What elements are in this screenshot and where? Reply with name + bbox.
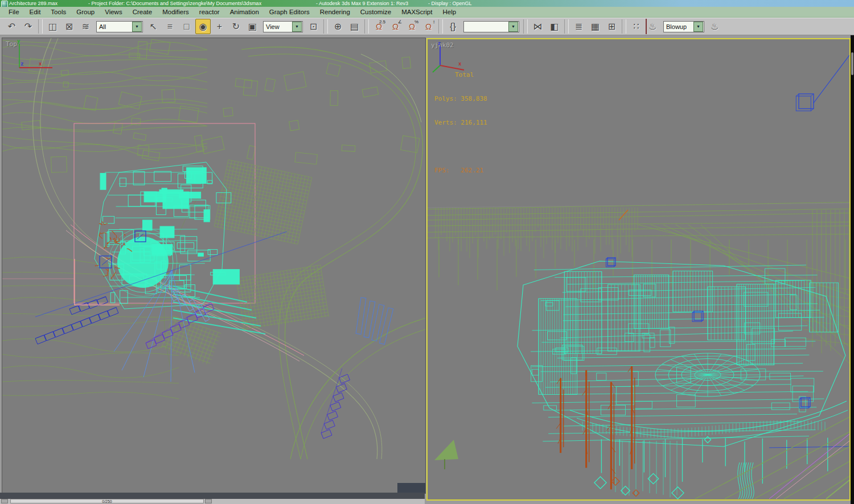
align-icon: ◧: [550, 21, 559, 32]
snaps-toggle-button[interactable]: Ω2.5: [371, 19, 387, 34]
use-pivot-point-center-button[interactable]: ⊡: [306, 19, 321, 34]
viewport-top[interactable]: Top y x z: [2, 38, 426, 494]
select-and-manipulate-button[interactable]: ⊕: [330, 19, 346, 34]
time-slider[interactable]: 0/250: [10, 499, 204, 503]
toolbar-separator: [38, 19, 43, 34]
selection-filter-dropdown[interactable]: All▼: [96, 21, 143, 32]
percent-snap-toggle-button[interactable]: Ω%: [404, 19, 420, 34]
percent-snap-toggle-sub-label: %: [414, 19, 418, 24]
axis-x-label: x: [39, 61, 42, 67]
render-setup-button[interactable]: ♨: [645, 19, 660, 34]
menu-rendering[interactable]: Rendering: [315, 9, 355, 15]
select-and-move-button[interactable]: +: [212, 19, 227, 34]
undo-button[interactable]: ↶: [4, 19, 19, 34]
menu-edit[interactable]: Edit: [24, 9, 46, 15]
title-display: - Display : OpenGL: [428, 0, 472, 7]
bind-to-space-warp-icon: ≋: [82, 21, 89, 32]
title-app: - Autodesk 3ds Max 9 Extension 1: Rev3: [316, 0, 408, 7]
schematic-view-button[interactable]: ⊞: [604, 19, 619, 34]
menu-graph-editors[interactable]: Graph Editors: [264, 9, 315, 15]
dropdown-arrow-icon[interactable]: ▼: [508, 22, 518, 32]
toolbar-separator: [438, 19, 443, 34]
curve-editor-button[interactable]: ▦: [588, 19, 603, 34]
snaps-toggle-sub-label: 2.5: [379, 19, 385, 24]
select-and-scale-button[interactable]: ▣: [245, 19, 260, 34]
use-pivot-point-center-icon: ⊡: [310, 21, 317, 32]
spinner-snap-toggle-button[interactable]: Ω↕: [421, 19, 436, 34]
rectangular-selection-region-button[interactable]: □: [179, 19, 194, 34]
unlink-selection-button[interactable]: ⊠: [61, 19, 77, 34]
angle-snap-toggle-sub-label: ∠: [398, 19, 402, 24]
toolbar-separator: [323, 19, 328, 34]
frame-forward-button[interactable]: [205, 499, 212, 503]
menu-tools[interactable]: Tools: [46, 9, 71, 15]
keyboard-shortcut-override-icon: ▤: [350, 21, 359, 32]
render-type-dropdown[interactable]: Blowup▼: [663, 21, 704, 32]
main-toolbar: ↶↷◫⊠≋All▼↖≡□◉+↻▣View▼⊡⊕▤Ω2.5Ω∠Ω%Ω↕{}▼⋈◧≣…: [0, 18, 854, 35]
angle-snap-toggle-button[interactable]: Ω∠: [388, 19, 403, 34]
menu-views[interactable]: Views: [100, 9, 127, 15]
quick-render-button[interactable]: ♨: [707, 19, 722, 34]
toolbar-end-divider: [646, 19, 647, 34]
menu-bar: FileEditToolsGroupViewsCreateModifiersre…: [0, 7, 854, 18]
schematic-view-icon: ⊞: [608, 21, 615, 32]
keyboard-shortcut-override-button[interactable]: ▤: [347, 19, 362, 34]
select-and-rotate-button[interactable]: ↻: [228, 19, 244, 34]
edit-named-selection-sets-button[interactable]: {}: [445, 19, 461, 34]
axis-tripod: y x z: [14, 38, 59, 73]
viewport-perspective-active[interactable]: yjnk02 Total Polys: 358,838 Verts: 216,1…: [426, 38, 851, 501]
menu-modifiers[interactable]: Modifiers: [157, 9, 194, 15]
selection-filter-value: All: [97, 23, 106, 30]
dropdown-arrow-icon[interactable]: ▼: [693, 22, 703, 32]
track-bar: [0, 493, 425, 499]
axis-z-label: z: [20, 61, 23, 67]
axis-z-label: z: [438, 40, 441, 46]
edit-named-selection-sets-icon: {}: [450, 22, 456, 32]
select-object-icon: ↖: [150, 21, 157, 32]
stats-polys: Polys: 358,838: [434, 95, 487, 103]
dropdown-arrow-icon[interactable]: ▼: [132, 22, 142, 32]
bind-to-space-warp-button[interactable]: ≋: [78, 19, 93, 34]
mirror-button[interactable]: ⋈: [530, 19, 545, 34]
toolbar-separator: [523, 19, 528, 34]
spinner-snap-toggle-icon: Ω: [425, 22, 432, 31]
named-selection-sets-field[interactable]: ▼: [463, 21, 519, 32]
menu-customize[interactable]: Customize: [355, 9, 396, 15]
dropdown-arrow-icon[interactable]: ▼: [292, 22, 302, 32]
render-setup-icon: ♨: [648, 21, 656, 32]
material-editor-icon: ∷: [633, 21, 639, 32]
redo-button[interactable]: ↷: [20, 19, 36, 34]
reference-coordinate-system-dropdown[interactable]: View▼: [263, 21, 303, 32]
material-editor-button[interactable]: ∷: [629, 19, 644, 34]
menu-help[interactable]: Help: [437, 9, 461, 15]
select-by-name-button[interactable]: ≡: [162, 19, 178, 34]
menu-animation[interactable]: Animation: [225, 9, 264, 15]
menu-create[interactable]: Create: [128, 9, 158, 15]
title-document: Architecture 289.max: [9, 0, 58, 7]
menu-file[interactable]: File: [3, 9, 24, 15]
axis-y-label: y: [17, 38, 20, 44]
layer-manager-button[interactable]: ≣: [571, 19, 586, 34]
window-crossing-toggle-button[interactable]: ◉: [195, 19, 211, 34]
stats-fps: FPS: 262.21: [434, 167, 487, 175]
curve-editor-icon: ▦: [591, 21, 600, 32]
axis-x-label: x: [458, 61, 462, 67]
select-object-button[interactable]: ↖: [146, 19, 161, 34]
select-and-link-icon: ◫: [48, 21, 57, 32]
select-and-scale-icon: ▣: [248, 21, 257, 32]
menu-reactor[interactable]: reactor: [194, 9, 225, 15]
menu-maxscript[interactable]: MAXScript: [396, 9, 437, 15]
undo-icon: ↶: [8, 21, 15, 32]
frame-back-button[interactable]: [1, 499, 8, 503]
title-project: - Project Folder: C:\Documents and Setti…: [88, 0, 261, 7]
select-and-rotate-icon: ↻: [232, 21, 240, 32]
menu-group[interactable]: Group: [71, 9, 100, 15]
align-button[interactable]: ◧: [547, 19, 562, 34]
spinner-snap-toggle-sub-label: ↕: [433, 19, 435, 24]
stats-verts: Verts: 216,111: [434, 119, 487, 127]
select-by-name-icon: ≡: [167, 22, 173, 32]
toolbar-separator: [564, 19, 569, 34]
right-scrollbar-thumb[interactable]: [851, 52, 853, 75]
select-and-link-button[interactable]: ◫: [45, 19, 60, 34]
window-right-edge: [851, 35, 854, 504]
